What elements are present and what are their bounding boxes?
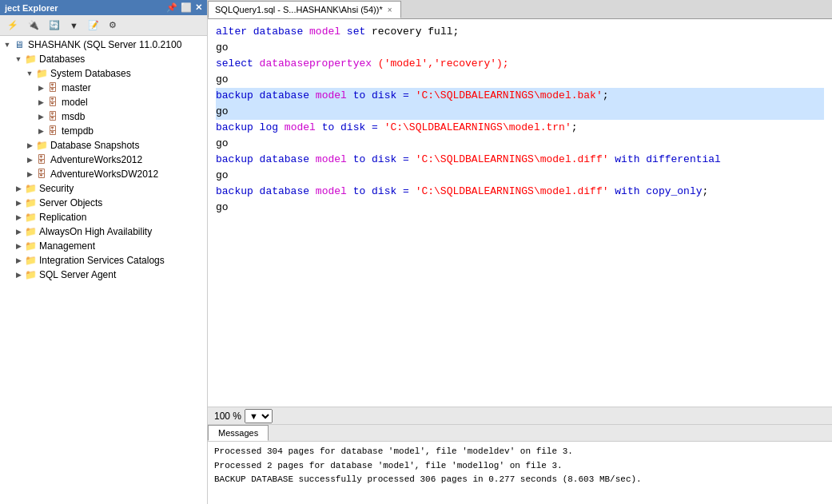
token-fn: databasepropertyex (260, 58, 378, 69)
token-plain: ; (703, 185, 709, 197)
tree-expander[interactable]: ▶ (24, 141, 35, 149)
tree-icon-folder: 📁 (24, 269, 37, 280)
tree-label: AdventureWorks2012 (50, 154, 142, 165)
tree-label: Integration Services Catalogs (39, 255, 165, 266)
disconnect-button[interactable]: 🔌 (24, 18, 43, 33)
token-str: 'C:\SQLDBALEARNINGS\model.bak' (416, 89, 603, 101)
token-kw: backup (216, 121, 260, 133)
options-button[interactable]: ⚙ (105, 18, 121, 33)
tree-item-tempdb[interactable]: ▶ 🗄 tempdb (0, 124, 207, 138)
code-text: go (216, 168, 229, 184)
tree-item-sqlagent[interactable]: ▶ 📁 SQL Server Agent (0, 268, 207, 282)
tree-expander[interactable]: ▶ (35, 98, 46, 106)
token-kw: to disk = (353, 185, 416, 197)
tree-item-systemdbs[interactable]: ▼ 📁 System Databases (0, 66, 207, 81)
tree-item-server[interactable]: ▼ 🖥 SHASHANK (SQL Server 11.0.2100 (0, 38, 207, 52)
tree-label: Server Objects (39, 197, 102, 208)
tab-close-button[interactable]: × (388, 6, 392, 14)
tree-label: Database Snapshots (50, 140, 139, 151)
tree-expander[interactable]: ▶ (13, 242, 24, 250)
token-kw: alter (216, 26, 253, 38)
tree-icon-folder: 📁 (24, 212, 37, 223)
token-kw: select (216, 58, 260, 69)
tree-item-master[interactable]: ▶ 🗄 master (0, 81, 207, 95)
token-kw: backup (216, 89, 260, 101)
tree-label: SHASHANK (SQL Server 11.0.2100 (28, 39, 181, 50)
tree-expander[interactable]: ▼ (13, 55, 24, 63)
token-fn: model (309, 26, 347, 38)
tree-expander[interactable]: ▶ (13, 228, 24, 236)
tree-icon-folder: 📁 (24, 197, 37, 208)
tree-item-msdb[interactable]: ▶ 🗄 msdb (0, 109, 207, 124)
object-explorer: ject Explorer 📌 ⬜ ✕ ⚡ 🔌 🔄 ▼ 📝 ⚙ ▼ 🖥 SHAS… (0, 0, 208, 504)
tree-icon-folder: 📁 (24, 226, 37, 237)
token-kw: to disk = (353, 153, 416, 165)
token-kw: with copy_only (609, 185, 703, 197)
token-plain: go (216, 169, 229, 181)
message-line: Processed 304 pages for database 'model'… (214, 445, 826, 459)
tree-item-adventureworks[interactable]: ▶ 🗄 AdventureWorks2012 (0, 153, 207, 167)
tree-item-integration[interactable]: ▶ 📁 Integration Services Catalogs (0, 253, 207, 268)
token-plain: go (216, 137, 229, 149)
filter-button[interactable]: ▼ (66, 18, 82, 33)
tree-item-model[interactable]: ▶ 🗄 model (0, 95, 207, 109)
close-icon[interactable]: ✕ (195, 2, 202, 13)
code-line: go (216, 200, 824, 216)
new-query-button[interactable]: 📝 (84, 18, 103, 33)
tree-expander[interactable]: ▶ (35, 84, 46, 92)
tree-item-alwayson[interactable]: ▶ 📁 AlwaysOn High Availability (0, 224, 207, 239)
tree-expander[interactable]: ▶ (24, 156, 35, 164)
tree-item-serverobjects[interactable]: ▶ 📁 Server Objects (0, 196, 207, 210)
tree-expander[interactable]: ▶ (13, 256, 24, 264)
tree-expander[interactable]: ▶ (13, 213, 24, 221)
tree-item-snapshots[interactable]: ▶ 📁 Database Snapshots (0, 138, 207, 153)
pin-icon[interactable]: 📌 (166, 2, 177, 13)
token-plain: go (216, 105, 229, 117)
tree-item-security[interactable]: ▶ 📁 Security (0, 181, 207, 196)
token-str: 'C:\SQLDBALEARNINGS\model.diff' (416, 153, 609, 165)
tree-item-databases[interactable]: ▼ 📁 Databases (0, 52, 207, 66)
token-plain: ; (603, 89, 609, 101)
zoom-label: 100 % (214, 411, 241, 422)
tree-icon-db: 🗄 (46, 82, 59, 93)
tree-label: Security (39, 183, 74, 194)
token-kw: to disk = (322, 121, 384, 133)
tree-label: Replication (39, 212, 86, 223)
zoom-select[interactable]: ▼ (245, 409, 273, 423)
token-kw: database (260, 185, 316, 197)
tree-icon-folder: 📁 (24, 54, 37, 65)
tree-expander[interactable]: ▶ (35, 127, 46, 135)
code-line: go (216, 72, 824, 88)
code-text: backup database model to disk = 'C:\SQLD… (216, 184, 708, 200)
tree-expander[interactable]: ▼ (2, 41, 13, 49)
token-fn: model (285, 121, 322, 133)
tree-expander[interactable]: ▶ (13, 199, 24, 207)
token-plain: go (216, 201, 229, 213)
tree-icon-db: 🗄 (35, 154, 48, 165)
code-text: backup database model to disk = 'C:\SQLD… (216, 152, 721, 168)
code-text: go (216, 40, 229, 56)
refresh-button[interactable]: 🔄 (45, 18, 64, 33)
tree-item-management[interactable]: ▶ 📁 Management (0, 239, 207, 253)
tree-icon-db: 🗄 (35, 169, 48, 180)
tree-icon-folder: 📁 (24, 183, 37, 194)
connect-button[interactable]: ⚡ (3, 18, 22, 33)
token-str: ('model','recovery'); (378, 58, 509, 69)
tree-expander[interactable]: ▶ (24, 170, 35, 178)
oe-tree: ▼ 🖥 SHASHANK (SQL Server 11.0.2100 ▼ 📁 D… (0, 36, 207, 504)
token-fn: model (316, 185, 353, 197)
tree-expander[interactable]: ▶ (35, 113, 46, 121)
token-kw: to disk = (353, 89, 416, 101)
tree-expander[interactable]: ▶ (13, 185, 24, 192)
code-line: backup database model to disk = 'C:\SQLD… (216, 152, 824, 168)
tree-expander[interactable]: ▶ (13, 271, 24, 279)
token-kw: database (260, 153, 316, 165)
tab-bar: SQLQuery1.sql - S...HASHANK\Ahsi (54))* … (208, 0, 832, 19)
messages-tab[interactable]: Messages (208, 425, 269, 441)
tree-expander[interactable]: ▼ (24, 69, 35, 77)
tree-item-replication[interactable]: ▶ 📁 Replication (0, 210, 207, 224)
code-editor[interactable]: alter database model set recovery full;g… (208, 19, 832, 407)
sql-query-tab[interactable]: SQLQuery1.sql - S...HASHANK\Ahsi (54))* … (208, 1, 401, 18)
float-icon[interactable]: ⬜ (181, 2, 192, 13)
tree-item-adventureworksdw[interactable]: ▶ 🗄 AdventureWorksDW2012 (0, 167, 207, 181)
